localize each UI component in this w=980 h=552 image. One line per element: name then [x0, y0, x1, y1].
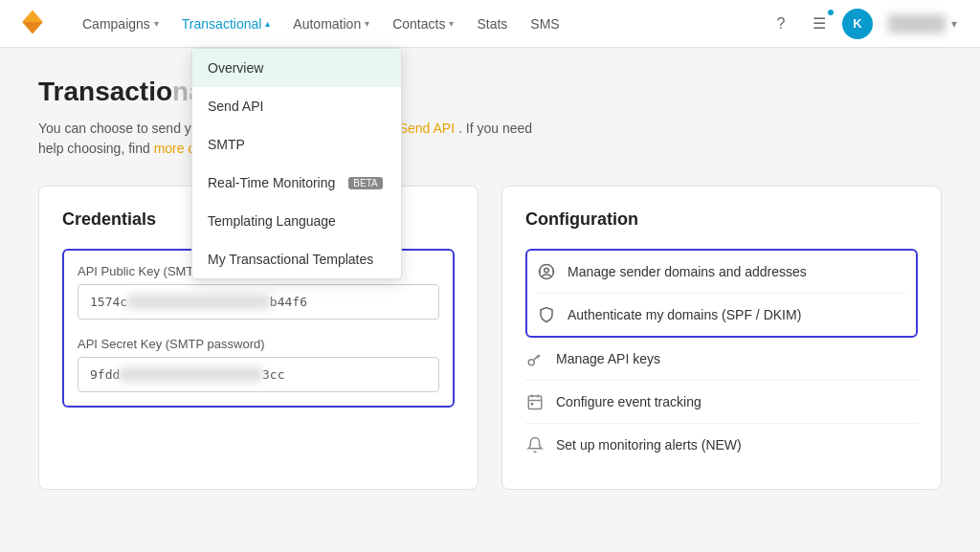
nav-right: ? ☰ K ▾ — [766, 9, 965, 39]
nav-item-transactional[interactable]: Transactional ▴ — [172, 11, 280, 37]
config-item-monitoring-alerts[interactable]: Set up monitoring alerts (NEW) — [525, 424, 918, 466]
page-title: Transactional — [38, 77, 942, 107]
svg-marker-1 — [22, 22, 43, 34]
nav-item-automation[interactable]: Automation ▾ — [283, 11, 379, 37]
dropdown-item-smtp[interactable]: SMTP — [192, 125, 401, 164]
dropdown-item-send-api[interactable]: Send API — [192, 87, 401, 125]
sender-domains-icon — [537, 262, 556, 281]
user-name-blurred — [888, 14, 946, 33]
secret-key-label: API Secret Key (SMTP password) — [78, 337, 439, 351]
notification-badge — [827, 9, 835, 16]
page-subtitle: You can choose to send yo...ugh our SMTP… — [38, 119, 942, 159]
config-item-authenticate-domains[interactable]: Authenticate my domains (SPF / DKIM) — [537, 294, 906, 336]
svg-point-4 — [528, 360, 534, 365]
key-icon — [525, 349, 545, 368]
nav-item-campaigns[interactable]: Campaigns ▾ — [73, 11, 168, 37]
svg-marker-0 — [22, 10, 43, 22]
public-key-blurred — [127, 295, 270, 309]
dropdown-item-overview[interactable]: Overview — [192, 49, 401, 87]
public-key-value[interactable]: 1574c b44f6 — [78, 284, 439, 320]
configuration-title: Configuration — [525, 210, 918, 230]
secret-key-value[interactable]: 9fdd 3cc — [78, 357, 439, 392]
dropdown-item-realtime[interactable]: Real-Time Monitoring BETA — [192, 164, 401, 202]
dropdown-item-templating[interactable]: Templating Language — [192, 202, 401, 240]
svg-point-9 — [531, 404, 533, 406]
cards-row: Credentials API Public Key (SMTP usernam… — [38, 186, 942, 490]
chevron-down-icon: ▾ — [365, 18, 369, 29]
chevron-down-icon: ▾ — [449, 18, 454, 29]
user-menu[interactable]: ▾ — [880, 11, 965, 37]
chevron-down-icon: ▾ — [154, 18, 159, 29]
config-highlighted-group: Manage sender domains and addresses Auth… — [525, 249, 918, 338]
user-avatar[interactable]: K — [842, 9, 873, 39]
svg-point-3 — [545, 268, 549, 273]
dropdown-item-templates[interactable]: My Transactional Templates — [192, 240, 401, 278]
nav-item-contacts[interactable]: Contacts ▾ — [383, 11, 463, 37]
nav-items: Campaigns ▾ Transactional ▴ Automation ▾… — [73, 11, 766, 37]
bell-icon — [525, 435, 545, 454]
nav-item-sms[interactable]: SMS — [521, 11, 568, 37]
nav-item-stats[interactable]: Stats — [467, 11, 517, 37]
chevron-up-icon: ▴ — [265, 18, 270, 29]
logo[interactable] — [15, 5, 50, 42]
config-item-sender-domains[interactable]: Manage sender domains and addresses — [537, 251, 906, 294]
secret-key-group: API Secret Key (SMTP password) 9fdd 3cc — [78, 337, 439, 392]
send-api-link[interactable]: Send API — [399, 121, 455, 136]
config-item-event-tracking[interactable]: Configure event tracking — [525, 381, 918, 424]
help-button[interactable]: ? — [766, 9, 796, 39]
user-chevron-icon: ▾ — [951, 17, 957, 31]
notifications-button[interactable]: ☰ — [804, 9, 835, 39]
svg-rect-5 — [528, 396, 542, 409]
secret-key-blurred — [120, 367, 262, 382]
transactional-dropdown: Overview Send API SMTP Real-Time Monitor… — [191, 48, 402, 279]
configuration-card: Configuration Manage sender domains and … — [501, 186, 942, 490]
config-item-api-keys[interactable]: Manage API keys — [525, 338, 918, 381]
calendar-icon — [525, 392, 545, 411]
main-content: Transactional You can choose to send yo.… — [0, 48, 980, 519]
shield-icon — [537, 305, 556, 324]
navbar: Campaigns ▾ Transactional ▴ Automation ▾… — [0, 0, 980, 48]
beta-badge: BETA — [348, 177, 382, 189]
